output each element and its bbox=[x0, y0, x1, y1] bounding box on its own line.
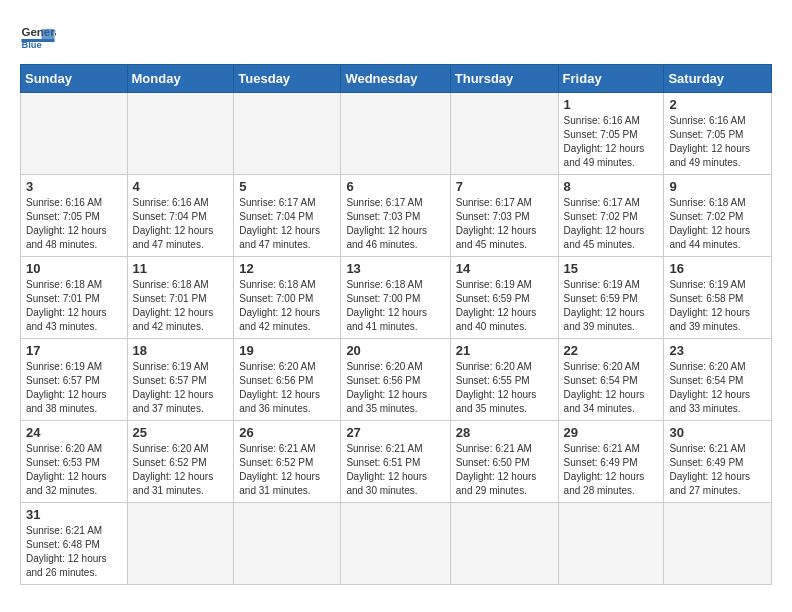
day-info: Sunrise: 6:16 AM Sunset: 7:05 PM Dayligh… bbox=[26, 196, 122, 252]
day-number: 7 bbox=[456, 179, 553, 194]
day-info: Sunrise: 6:16 AM Sunset: 7:05 PM Dayligh… bbox=[564, 114, 659, 170]
day-info: Sunrise: 6:20 AM Sunset: 6:56 PM Dayligh… bbox=[346, 360, 444, 416]
day-info: Sunrise: 6:17 AM Sunset: 7:04 PM Dayligh… bbox=[239, 196, 335, 252]
weekday-header-sunday: Sunday bbox=[21, 65, 128, 93]
day-info: Sunrise: 6:19 AM Sunset: 6:58 PM Dayligh… bbox=[669, 278, 766, 334]
day-info: Sunrise: 6:19 AM Sunset: 6:57 PM Dayligh… bbox=[26, 360, 122, 416]
day-cell bbox=[127, 93, 234, 175]
day-info: Sunrise: 6:18 AM Sunset: 7:00 PM Dayligh… bbox=[239, 278, 335, 334]
day-cell bbox=[341, 503, 450, 585]
weekday-header-monday: Monday bbox=[127, 65, 234, 93]
day-number: 13 bbox=[346, 261, 444, 276]
day-cell: 17Sunrise: 6:19 AM Sunset: 6:57 PM Dayli… bbox=[21, 339, 128, 421]
day-number: 9 bbox=[669, 179, 766, 194]
day-number: 26 bbox=[239, 425, 335, 440]
day-info: Sunrise: 6:17 AM Sunset: 7:02 PM Dayligh… bbox=[564, 196, 659, 252]
day-number: 31 bbox=[26, 507, 122, 522]
day-info: Sunrise: 6:18 AM Sunset: 7:00 PM Dayligh… bbox=[346, 278, 444, 334]
week-row-2: 3Sunrise: 6:16 AM Sunset: 7:05 PM Daylig… bbox=[21, 175, 772, 257]
day-number: 11 bbox=[133, 261, 229, 276]
day-number: 20 bbox=[346, 343, 444, 358]
day-info: Sunrise: 6:21 AM Sunset: 6:49 PM Dayligh… bbox=[564, 442, 659, 498]
day-number: 1 bbox=[564, 97, 659, 112]
day-info: Sunrise: 6:21 AM Sunset: 6:50 PM Dayligh… bbox=[456, 442, 553, 498]
day-info: Sunrise: 6:17 AM Sunset: 7:03 PM Dayligh… bbox=[346, 196, 444, 252]
day-cell: 13Sunrise: 6:18 AM Sunset: 7:00 PM Dayli… bbox=[341, 257, 450, 339]
day-info: Sunrise: 6:21 AM Sunset: 6:51 PM Dayligh… bbox=[346, 442, 444, 498]
day-cell bbox=[341, 93, 450, 175]
day-number: 28 bbox=[456, 425, 553, 440]
day-cell: 4Sunrise: 6:16 AM Sunset: 7:04 PM Daylig… bbox=[127, 175, 234, 257]
day-cell: 14Sunrise: 6:19 AM Sunset: 6:59 PM Dayli… bbox=[450, 257, 558, 339]
day-number: 12 bbox=[239, 261, 335, 276]
day-cell: 27Sunrise: 6:21 AM Sunset: 6:51 PM Dayli… bbox=[341, 421, 450, 503]
svg-marker-2 bbox=[42, 29, 55, 39]
calendar-table: SundayMondayTuesdayWednesdayThursdayFrid… bbox=[20, 64, 772, 585]
day-cell: 1Sunrise: 6:16 AM Sunset: 7:05 PM Daylig… bbox=[558, 93, 664, 175]
day-number: 24 bbox=[26, 425, 122, 440]
day-cell: 25Sunrise: 6:20 AM Sunset: 6:52 PM Dayli… bbox=[127, 421, 234, 503]
day-cell bbox=[234, 503, 341, 585]
day-cell: 30Sunrise: 6:21 AM Sunset: 6:49 PM Dayli… bbox=[664, 421, 772, 503]
day-cell: 28Sunrise: 6:21 AM Sunset: 6:50 PM Dayli… bbox=[450, 421, 558, 503]
week-row-5: 24Sunrise: 6:20 AM Sunset: 6:53 PM Dayli… bbox=[21, 421, 772, 503]
weekday-header-thursday: Thursday bbox=[450, 65, 558, 93]
day-number: 23 bbox=[669, 343, 766, 358]
weekday-header-saturday: Saturday bbox=[664, 65, 772, 93]
day-info: Sunrise: 6:16 AM Sunset: 7:04 PM Dayligh… bbox=[133, 196, 229, 252]
day-cell bbox=[450, 503, 558, 585]
week-row-4: 17Sunrise: 6:19 AM Sunset: 6:57 PM Dayli… bbox=[21, 339, 772, 421]
weekday-header-tuesday: Tuesday bbox=[234, 65, 341, 93]
day-cell: 21Sunrise: 6:20 AM Sunset: 6:55 PM Dayli… bbox=[450, 339, 558, 421]
day-info: Sunrise: 6:18 AM Sunset: 7:01 PM Dayligh… bbox=[26, 278, 122, 334]
day-cell: 11Sunrise: 6:18 AM Sunset: 7:01 PM Dayli… bbox=[127, 257, 234, 339]
weekday-header-wednesday: Wednesday bbox=[341, 65, 450, 93]
day-cell: 20Sunrise: 6:20 AM Sunset: 6:56 PM Dayli… bbox=[341, 339, 450, 421]
day-cell: 22Sunrise: 6:20 AM Sunset: 6:54 PM Dayli… bbox=[558, 339, 664, 421]
day-info: Sunrise: 6:18 AM Sunset: 7:02 PM Dayligh… bbox=[669, 196, 766, 252]
week-row-1: 1Sunrise: 6:16 AM Sunset: 7:05 PM Daylig… bbox=[21, 93, 772, 175]
day-cell: 2Sunrise: 6:16 AM Sunset: 7:05 PM Daylig… bbox=[664, 93, 772, 175]
day-cell: 24Sunrise: 6:20 AM Sunset: 6:53 PM Dayli… bbox=[21, 421, 128, 503]
day-number: 29 bbox=[564, 425, 659, 440]
day-cell bbox=[558, 503, 664, 585]
day-cell: 10Sunrise: 6:18 AM Sunset: 7:01 PM Dayli… bbox=[21, 257, 128, 339]
day-cell: 23Sunrise: 6:20 AM Sunset: 6:54 PM Dayli… bbox=[664, 339, 772, 421]
day-cell: 8Sunrise: 6:17 AM Sunset: 7:02 PM Daylig… bbox=[558, 175, 664, 257]
day-number: 15 bbox=[564, 261, 659, 276]
logo: General Blue bbox=[20, 16, 60, 52]
weekday-header-friday: Friday bbox=[558, 65, 664, 93]
day-number: 4 bbox=[133, 179, 229, 194]
day-info: Sunrise: 6:21 AM Sunset: 6:52 PM Dayligh… bbox=[239, 442, 335, 498]
day-cell bbox=[234, 93, 341, 175]
day-info: Sunrise: 6:17 AM Sunset: 7:03 PM Dayligh… bbox=[456, 196, 553, 252]
day-cell: 31Sunrise: 6:21 AM Sunset: 6:48 PM Dayli… bbox=[21, 503, 128, 585]
day-number: 30 bbox=[669, 425, 766, 440]
day-cell: 15Sunrise: 6:19 AM Sunset: 6:59 PM Dayli… bbox=[558, 257, 664, 339]
day-info: Sunrise: 6:20 AM Sunset: 6:54 PM Dayligh… bbox=[564, 360, 659, 416]
day-cell: 9Sunrise: 6:18 AM Sunset: 7:02 PM Daylig… bbox=[664, 175, 772, 257]
day-cell: 16Sunrise: 6:19 AM Sunset: 6:58 PM Dayli… bbox=[664, 257, 772, 339]
day-number: 2 bbox=[669, 97, 766, 112]
day-number: 3 bbox=[26, 179, 122, 194]
week-row-3: 10Sunrise: 6:18 AM Sunset: 7:01 PM Dayli… bbox=[21, 257, 772, 339]
logo-icon: General Blue bbox=[20, 16, 56, 52]
day-info: Sunrise: 6:20 AM Sunset: 6:52 PM Dayligh… bbox=[133, 442, 229, 498]
day-number: 14 bbox=[456, 261, 553, 276]
day-cell bbox=[127, 503, 234, 585]
day-number: 21 bbox=[456, 343, 553, 358]
day-info: Sunrise: 6:20 AM Sunset: 6:53 PM Dayligh… bbox=[26, 442, 122, 498]
day-cell bbox=[450, 93, 558, 175]
day-info: Sunrise: 6:20 AM Sunset: 6:55 PM Dayligh… bbox=[456, 360, 553, 416]
day-cell: 26Sunrise: 6:21 AM Sunset: 6:52 PM Dayli… bbox=[234, 421, 341, 503]
day-cell: 29Sunrise: 6:21 AM Sunset: 6:49 PM Dayli… bbox=[558, 421, 664, 503]
day-info: Sunrise: 6:18 AM Sunset: 7:01 PM Dayligh… bbox=[133, 278, 229, 334]
day-info: Sunrise: 6:20 AM Sunset: 6:54 PM Dayligh… bbox=[669, 360, 766, 416]
day-info: Sunrise: 6:19 AM Sunset: 6:57 PM Dayligh… bbox=[133, 360, 229, 416]
day-number: 18 bbox=[133, 343, 229, 358]
day-info: Sunrise: 6:20 AM Sunset: 6:56 PM Dayligh… bbox=[239, 360, 335, 416]
day-info: Sunrise: 6:21 AM Sunset: 6:49 PM Dayligh… bbox=[669, 442, 766, 498]
day-number: 22 bbox=[564, 343, 659, 358]
weekday-header-row: SundayMondayTuesdayWednesdayThursdayFrid… bbox=[21, 65, 772, 93]
day-cell: 6Sunrise: 6:17 AM Sunset: 7:03 PM Daylig… bbox=[341, 175, 450, 257]
